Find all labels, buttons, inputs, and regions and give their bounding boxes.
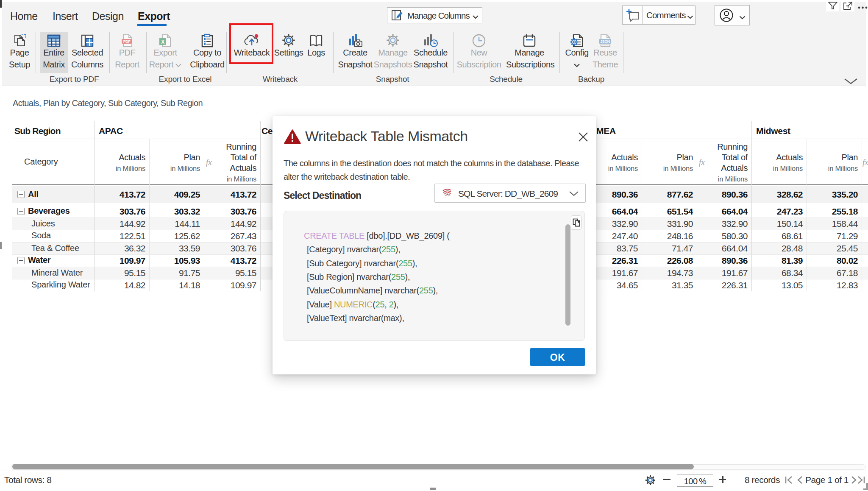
svg-text:X: X [161,39,164,45]
svg-text:JSON: JSON [600,39,610,44]
svg-text:PDF: PDF [123,39,131,44]
